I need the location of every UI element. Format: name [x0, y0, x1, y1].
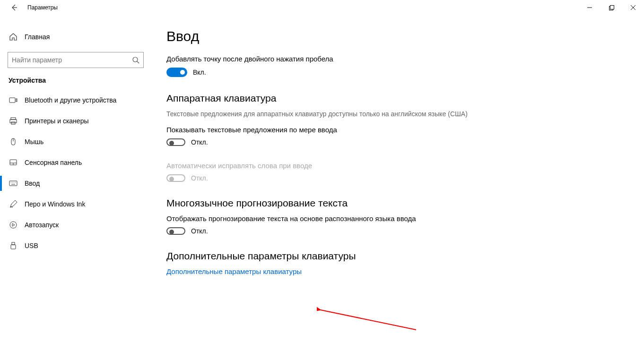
sidebar-item-touchpad[interactable]: Сенсорная панель	[0, 152, 151, 173]
pen-icon	[9, 199, 18, 209]
printer-icon	[9, 116, 18, 126]
svg-point-23	[10, 222, 17, 228]
autocorrect-toggle: Откл.	[166, 174, 208, 182]
autocorrect-label: Автоматически исправлять слова при вводе	[166, 162, 431, 170]
back-button[interactable]	[9, 2, 20, 13]
page-title: Ввод	[166, 28, 625, 44]
close-button[interactable]	[622, 0, 644, 15]
sidebar: Главная Устройства Bluetooth и другие ус…	[0, 15, 151, 343]
sidebar-item-label: Bluetooth и другие устройства	[25, 96, 116, 104]
sidebar-home[interactable]: Главная	[0, 26, 151, 47]
touchpad-icon	[9, 158, 18, 167]
sidebar-item-autoplay[interactable]: Автозапуск	[0, 214, 151, 235]
sidebar-item-label: Мышь	[25, 138, 44, 146]
bluetooth-icon	[9, 95, 18, 105]
svg-rect-24	[12, 242, 15, 245]
double-space-label: Добавлять точку после двойного нажатия п…	[166, 55, 431, 63]
suggestions-toggle[interactable]: Откл.	[166, 138, 208, 146]
search-input[interactable]	[12, 56, 132, 64]
multilang-title: Многоязычное прогнозирование текста	[166, 197, 625, 209]
double-space-toggle[interactable]: Вкл.	[166, 68, 206, 77]
svg-rect-17	[9, 181, 17, 186]
sidebar-item-label: Сенсорная панель	[25, 159, 82, 166]
hw-keyboard-desc: Текстовые предложения для аппаратных кла…	[166, 110, 625, 119]
toggle-state-text: Откл.	[191, 138, 208, 146]
toggle-state-text: Откл.	[191, 227, 208, 235]
sidebar-item-mouse[interactable]: Мышь	[0, 131, 151, 152]
svg-rect-10	[10, 120, 17, 123]
sidebar-item-typing[interactable]: Ввод	[0, 173, 151, 194]
keyboard-icon	[9, 179, 18, 188]
window-title: Параметры	[27, 4, 58, 11]
suggestions-label: Показывать текстовые предложения по мере…	[166, 126, 431, 134]
sidebar-item-usb[interactable]: USB	[0, 235, 151, 256]
sidebar-item-label: Принтеры и сканеры	[25, 117, 88, 125]
search-box[interactable]	[8, 52, 144, 68]
window-controls	[579, 0, 644, 15]
svg-rect-8	[16, 99, 17, 102]
minimize-button[interactable]	[579, 0, 600, 15]
multilang-desc: Отображать прогнозирование текста на осн…	[166, 214, 431, 223]
svg-line-6	[137, 61, 139, 63]
toggle-state-text: Откл.	[191, 174, 208, 182]
svg-rect-2	[610, 5, 614, 9]
svg-point-5	[133, 57, 138, 62]
svg-rect-7	[9, 98, 15, 103]
search-icon	[132, 56, 139, 64]
sidebar-item-printers[interactable]: Принтеры и сканеры	[0, 111, 151, 131]
toggle-state-text: Вкл.	[193, 69, 206, 76]
mouse-icon	[9, 137, 18, 146]
maximize-button[interactable]	[600, 0, 622, 15]
svg-rect-9	[11, 118, 16, 120]
hw-keyboard-title: Аппаратная клавиатура	[166, 93, 625, 104]
main-content: Ввод Добавлять точку после двойного нажа…	[151, 15, 644, 343]
svg-rect-25	[11, 245, 16, 249]
advanced-title: Дополнительные параметры клавиатуры	[166, 250, 625, 262]
titlebar: Параметры	[0, 0, 644, 15]
usb-icon	[9, 241, 18, 250]
advanced-keyboard-link[interactable]: Дополнительные параметры клавиатуры	[166, 267, 625, 275]
home-icon	[9, 32, 18, 42]
sidebar-category: Устройства	[0, 77, 151, 90]
sidebar-home-label: Главная	[25, 33, 50, 41]
sidebar-item-label: Автозапуск	[25, 221, 59, 229]
autoplay-icon	[9, 220, 18, 230]
sidebar-item-label: Ввод	[25, 180, 40, 187]
sidebar-item-bluetooth[interactable]: Bluetooth и другие устройства	[0, 90, 151, 111]
sidebar-item-pen[interactable]: Перо и Windows Ink	[0, 194, 151, 214]
sidebar-item-label: USB	[25, 242, 38, 249]
multilang-toggle[interactable]: Откл.	[166, 227, 208, 235]
sidebar-item-label: Перо и Windows Ink	[25, 200, 85, 208]
